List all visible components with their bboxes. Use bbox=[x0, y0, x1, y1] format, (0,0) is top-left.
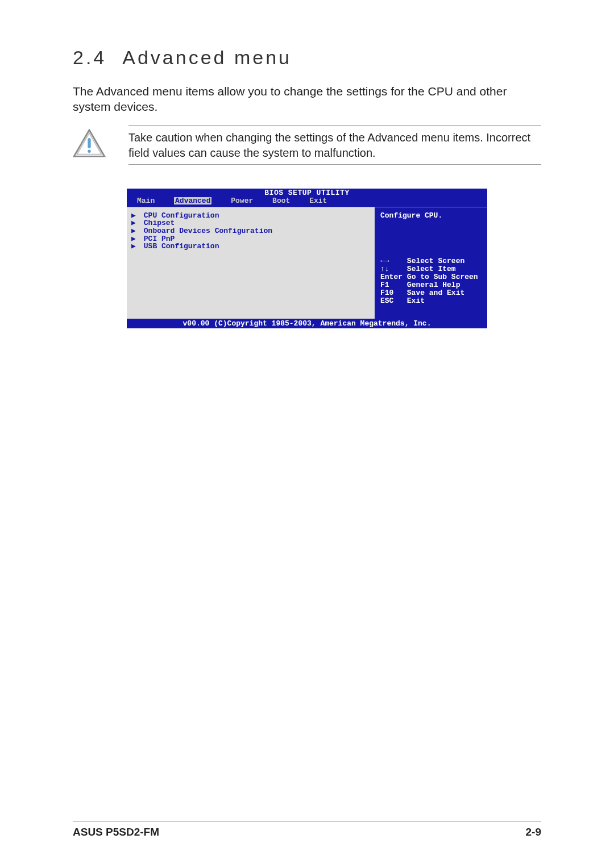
page-footer: ASUS P5SD2-FM 2-9 bbox=[73, 826, 541, 838]
bios-menu-item[interactable]: ▶ PCI PnP bbox=[131, 235, 370, 243]
section-title: Advanced menu bbox=[122, 47, 292, 68]
bios-help-text: Configure CPU. bbox=[380, 212, 483, 219]
bios-tab-main[interactable]: Main bbox=[137, 197, 155, 205]
triangle-right-icon: ▶ bbox=[131, 227, 139, 235]
svg-point-3 bbox=[88, 149, 90, 152]
triangle-right-icon: ▶ bbox=[131, 219, 139, 227]
bios-key-legend: ←→ Select Screen ↑↓ Select Item Enter Go… bbox=[380, 249, 483, 313]
bios-title: BIOS SETUP UTILITY bbox=[127, 189, 487, 197]
bios-menu-list: ▶ CPU Configuration ▶ Chipset ▶ Onboard … bbox=[127, 207, 376, 319]
caution-icon bbox=[73, 129, 106, 160]
intro-paragraph: The Advanced menu items allow you to cha… bbox=[73, 84, 541, 115]
bios-help-panel: Configure CPU. ←→ Select Screen ↑↓ Selec… bbox=[376, 207, 487, 319]
svg-rect-2 bbox=[88, 138, 90, 148]
caution-block: Take caution when changing the settings … bbox=[73, 126, 541, 164]
bios-copyright: v00.00 (C)Copyright 1985-2003, American … bbox=[127, 319, 487, 328]
footer-divider bbox=[73, 821, 541, 821]
bios-menu-item[interactable]: ▶ CPU Configuration bbox=[131, 212, 370, 220]
triangle-right-icon: ▶ bbox=[131, 243, 139, 251]
bios-tab-power[interactable]: Power bbox=[231, 197, 253, 205]
bios-menu-item[interactable]: ▶ USB Configuration bbox=[131, 243, 370, 251]
divider bbox=[128, 164, 541, 165]
bios-menu-item[interactable]: ▶ Onboard Devices Configuration bbox=[131, 227, 370, 235]
bios-screenshot: BIOS SETUP UTILITY Main Advanced Power B… bbox=[127, 189, 487, 328]
bios-tab-advanced[interactable]: Advanced bbox=[174, 197, 211, 205]
section-heading: 2.4Advanced menu bbox=[73, 47, 541, 69]
bios-tab-bar: Main Advanced Power Boot Exit bbox=[127, 197, 487, 207]
bios-tab-boot[interactable]: Boot bbox=[272, 197, 290, 205]
triangle-right-icon: ▶ bbox=[131, 235, 139, 243]
bios-menu-item[interactable]: ▶ Chipset bbox=[131, 219, 370, 227]
triangle-right-icon: ▶ bbox=[131, 212, 139, 220]
caution-text: Take caution when changing the settings … bbox=[128, 130, 541, 161]
footer-right: 2-9 bbox=[526, 826, 541, 838]
section-number: 2.4 bbox=[73, 47, 106, 69]
bios-menu-label: USB Configuration bbox=[144, 242, 219, 251]
bios-tab-exit[interactable]: Exit bbox=[309, 197, 327, 205]
footer-left: ASUS P5SD2-FM bbox=[73, 826, 159, 838]
